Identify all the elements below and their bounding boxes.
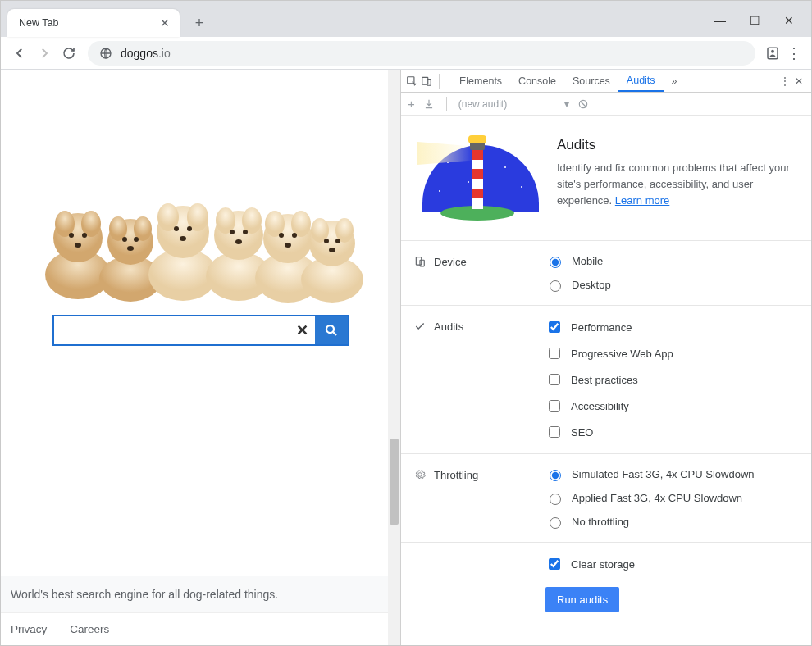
audit-select-label: (new audit) (458, 98, 507, 110)
device-toolbar-icon[interactable] (421, 75, 432, 87)
throttle-applied-fast-3g[interactable]: Applied Fast 3G, 4x CPU Slowdown (545, 491, 796, 505)
svg-rect-50 (416, 257, 421, 265)
svg-point-21 (174, 226, 179, 231)
hero-image-puppies (37, 160, 365, 303)
svg-point-2 (771, 49, 774, 52)
device-option-mobile[interactable]: Mobile (545, 254, 796, 268)
tab-console[interactable]: Console (510, 70, 564, 92)
audits-desc: Identify and fix common problems that af… (557, 162, 790, 207)
search-button[interactable] (315, 316, 348, 344)
audits-label: Audits (434, 321, 463, 333)
scrollbar-thumb[interactable] (390, 439, 399, 525)
page-hero: ✕ (1, 70, 400, 346)
audit-pwa[interactable]: Progressive Web App (545, 345, 796, 362)
audit-accessibility[interactable]: Accessibility (545, 398, 796, 414)
device-label: Device (434, 256, 467, 268)
audits-hero-text: Audits Identify and fix common problems … (557, 137, 796, 219)
svg-rect-51 (420, 260, 424, 266)
page-scrollbar[interactable] (388, 70, 400, 645)
svg-point-43 (335, 239, 340, 243)
search-input[interactable] (54, 316, 290, 344)
svg-point-37 (285, 243, 291, 248)
svg-point-8 (82, 233, 87, 238)
section-audits: Audits Performance Progressive Web App B… (401, 306, 811, 454)
clear-icon[interactable]: ✕ (290, 316, 315, 344)
page-viewport: ✕ World's best search engine for all dog… (1, 70, 400, 645)
clear-storage-checkbox[interactable]: Clear storage (545, 556, 796, 572)
svg-point-45 (326, 325, 334, 333)
svg-point-35 (279, 233, 284, 238)
reload-button[interactable] (57, 41, 81, 66)
footer-link-careers[interactable]: Careers (70, 623, 109, 635)
devtools-panel: Elements Console Sources Audits » ⋮ ✕ + … (400, 70, 811, 645)
devtools-menu-icon[interactable]: ⋮ (780, 75, 790, 87)
inspect-element-icon[interactable] (406, 75, 417, 87)
tab-audits[interactable]: Audits (618, 70, 664, 92)
throttle-sim-fast-3g[interactable]: Simulated Fast 3G, 4x CPU Slowdown (545, 467, 796, 481)
audit-select[interactable]: (new audit)▾ (458, 98, 569, 110)
svg-point-9 (75, 243, 81, 248)
footer: Privacy Careers (1, 612, 400, 645)
kebab-menu-icon[interactable]: ⋮ (783, 43, 805, 64)
svg-point-22 (187, 226, 192, 231)
maximize-icon[interactable]: ☐ (747, 14, 762, 27)
learn-more-link[interactable]: Learn more (615, 194, 669, 207)
audit-seo[interactable]: SEO (545, 424, 796, 440)
window-titlebar: New Tab ✕ + — ☐ ✕ (1, 1, 811, 37)
globe-icon (99, 47, 112, 60)
section-device: Device Mobile Desktop (401, 241, 811, 306)
devtools-subtoolbar: + (new audit)▾ (401, 93, 811, 116)
tab-elements[interactable]: Elements (451, 70, 510, 92)
devtools-close-icon[interactable]: ✕ (795, 75, 803, 87)
minimize-icon[interactable]: — (713, 14, 728, 27)
audit-performance[interactable]: Performance (545, 319, 796, 335)
url-host: doggos (121, 47, 158, 60)
svg-point-30 (235, 239, 242, 244)
window-controls: — ☐ ✕ (713, 14, 805, 37)
gear-icon (414, 469, 426, 480)
new-tab-button[interactable]: + (188, 11, 211, 34)
back-button[interactable] (7, 41, 32, 66)
audits-title: Audits (557, 137, 796, 153)
svg-point-44 (329, 248, 335, 252)
more-tabs-icon[interactable]: » (664, 70, 686, 92)
lighthouse-illustration (416, 137, 539, 219)
svg-point-7 (69, 233, 74, 238)
tab-sources[interactable]: Sources (564, 70, 618, 92)
throttling-label: Throttling (434, 469, 478, 481)
profile-button[interactable] (762, 43, 783, 64)
chevron-down-icon: ▾ (564, 98, 569, 110)
audit-bestpractices[interactable]: Best practices (545, 371, 796, 388)
check-icon (414, 321, 426, 332)
throttle-none[interactable]: No throttling (545, 515, 796, 529)
section-run: Clear storage Run audits (401, 543, 811, 626)
clear-icon[interactable] (577, 98, 589, 110)
svg-point-14 (122, 237, 127, 242)
url-path: .io (158, 47, 171, 60)
section-throttling: Throttling Simulated Fast 3G, 4x CPU Slo… (401, 454, 811, 543)
device-icon (414, 256, 426, 267)
svg-point-29 (243, 230, 248, 234)
tagline: World's best search engine for all dog-r… (1, 576, 400, 612)
svg-point-16 (127, 246, 134, 251)
svg-point-36 (292, 233, 297, 238)
address-bar[interactable]: doggos.io (88, 41, 755, 66)
footer-link-privacy[interactable]: Privacy (11, 623, 47, 635)
download-icon[interactable] (423, 98, 435, 110)
forward-button[interactable] (32, 41, 57, 66)
close-icon[interactable]: ✕ (158, 16, 171, 30)
run-audits-button[interactable]: Run audits (545, 587, 619, 612)
tab-title: New Tab (19, 17, 58, 29)
svg-point-15 (134, 237, 139, 242)
svg-point-23 (180, 236, 186, 241)
device-option-desktop[interactable]: Desktop (545, 278, 796, 292)
svg-point-42 (324, 239, 329, 243)
audits-hero: Audits Identify and fix common problems … (401, 116, 811, 241)
search-box: ✕ (52, 315, 349, 346)
svg-rect-1 (768, 48, 778, 59)
browser-tab[interactable]: New Tab ✕ (7, 9, 180, 37)
new-audit-icon[interactable]: + (408, 97, 415, 111)
devtools-body: Audits Identify and fix common problems … (401, 116, 811, 645)
close-window-icon[interactable]: ✕ (782, 14, 796, 27)
content-row: ✕ World's best search engine for all dog… (1, 70, 811, 645)
